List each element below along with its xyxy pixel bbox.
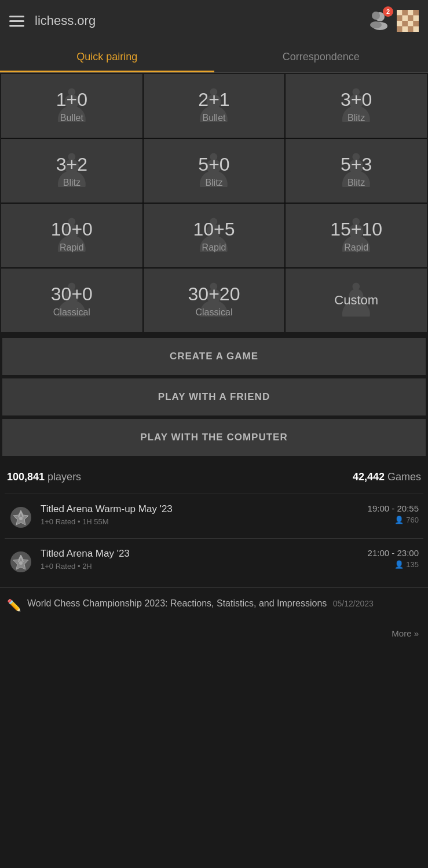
tournament-info-1: Titled Arena May '23 1+0 Rated • 2H: [41, 548, 360, 571]
news-section: ✏️ World Chess Championship 2023: Reacti…: [0, 587, 428, 621]
play-computer-button[interactable]: PLAY WITH THE COMPUTER: [2, 419, 426, 456]
players-icon-1: 👤: [394, 560, 404, 569]
game-mode-3[interactable]: ♟ 3+0 Blitz: [286, 74, 427, 138]
tournament-players-1: 👤 135: [368, 560, 419, 569]
svg-rect-14: [403, 21, 408, 27]
svg-rect-6: [403, 10, 408, 16]
game-mode-10[interactable]: ♟ 30+0 Classical: [1, 269, 142, 332]
play-friend-button[interactable]: PLAY WITH A FRIEND: [2, 378, 426, 415]
header-left: lichess.org: [9, 13, 96, 28]
svg-rect-19: [408, 27, 414, 32]
tabs: Quick pairing Correspondence: [0, 42, 428, 73]
create-game-button[interactable]: CREATE A GAME: [2, 338, 426, 375]
header-right: 2: [369, 9, 419, 33]
svg-rect-8: [414, 10, 419, 16]
notification-wrapper[interactable]: 2: [369, 9, 391, 33]
tournament-list: Titled Arena Warm-up May '23 1+0 Rated •…: [0, 494, 428, 583]
players-label: players: [47, 471, 81, 483]
site-title: lichess.org: [35, 13, 96, 28]
stats-bar: 100,841 players 42,442 Games: [0, 461, 428, 494]
game-mode-7[interactable]: ♟ 10+0 Rapid: [1, 204, 142, 267]
news-date: 05/12/2023: [333, 599, 374, 608]
svg-point-3: [370, 21, 382, 28]
menu-button[interactable]: [9, 16, 24, 27]
tournament-right-1: 21:00 - 23:00 👤 135: [368, 548, 419, 569]
players-stat: 100,841 players: [7, 471, 81, 483]
svg-rect-10: [403, 16, 408, 21]
svg-rect-11: [408, 16, 414, 21]
tournament-item-1[interactable]: Titled Arena May '23 1+0 Rated • 2H 21:0…: [5, 538, 423, 583]
game-mode-5[interactable]: ♟ 5+0 Blitz: [144, 139, 285, 203]
notification-badge: 2: [383, 6, 393, 17]
games-stat: 42,442 Games: [353, 471, 421, 483]
svg-rect-9: [397, 16, 403, 21]
tournament-icon-1: [9, 550, 32, 573]
game-mode-custom[interactable]: ♟ Custom: [286, 269, 427, 332]
game-mode-6[interactable]: ♟ 5+3 Blitz: [286, 139, 427, 203]
svg-rect-20: [414, 27, 419, 32]
more-link[interactable]: More »: [0, 621, 428, 645]
svg-rect-15: [408, 21, 414, 27]
tournament-players-0: 👤 760: [368, 516, 419, 524]
header: lichess.org 2: [0, 0, 428, 42]
tab-quick-pairing[interactable]: Quick pairing: [0, 42, 214, 72]
svg-rect-7: [408, 10, 414, 16]
games-label: Games: [387, 471, 421, 483]
svg-point-22: [19, 517, 23, 520]
game-mode-8[interactable]: ♟ 10+5 Rapid: [144, 204, 285, 267]
svg-rect-5: [397, 10, 403, 16]
game-grid: ♟ 1+0 Bullet ♟ 2+1 Bullet ♟ 3+0 Blitz ♟ …: [1, 74, 427, 332]
svg-rect-16: [414, 21, 419, 27]
svg-rect-13: [397, 21, 403, 27]
svg-rect-17: [397, 27, 403, 32]
game-mode-9[interactable]: ♟ 15+10 Rapid: [286, 204, 427, 267]
news-content: World Chess Championship 2023: Reactions…: [27, 597, 374, 610]
action-buttons: CREATE A GAME PLAY WITH A FRIEND PLAY WI…: [0, 333, 428, 461]
svg-rect-18: [403, 27, 408, 32]
chess-board-icon[interactable]: [397, 10, 419, 32]
game-mode-11[interactable]: ♟ 30+20 Classical: [144, 269, 285, 332]
tournament-icon-0: [9, 506, 32, 529]
game-mode-2[interactable]: ♟ 2+1 Bullet: [144, 74, 285, 138]
players-icon-0: 👤: [394, 516, 404, 524]
game-mode-4[interactable]: ♟ 3+2 Blitz: [1, 139, 142, 203]
svg-point-2: [372, 12, 380, 20]
pen-icon: ✏️: [7, 598, 21, 612]
news-item[interactable]: ✏️ World Chess Championship 2023: Reacti…: [7, 597, 421, 612]
tournament-right-0: 19:00 - 20:55 👤 760: [368, 503, 419, 524]
svg-point-24: [19, 561, 23, 565]
svg-rect-12: [414, 16, 419, 21]
tab-correspondence[interactable]: Correspondence: [214, 42, 429, 72]
game-mode-1[interactable]: ♟ 1+0 Bullet: [1, 74, 142, 138]
tournament-item-0[interactable]: Titled Arena Warm-up May '23 1+0 Rated •…: [5, 494, 423, 538]
tournament-info-0: Titled Arena Warm-up May '23 1+0 Rated •…: [41, 503, 360, 526]
